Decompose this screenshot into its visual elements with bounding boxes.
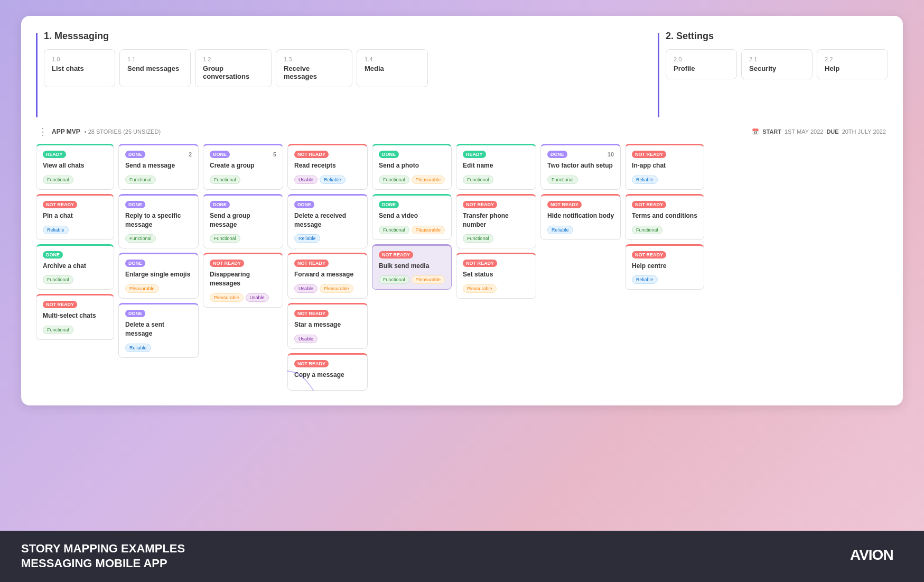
card-header: READY [43, 151, 107, 158]
sprint-menu-icon[interactable]: ⋮ [38, 126, 48, 137]
epic-number: 2.2 [825, 56, 880, 62]
card-tags: Functional [125, 234, 192, 243]
card-title: Edit name [463, 161, 529, 170]
story-card[interactable]: NOT READY Disappearing messages Pleasura… [203, 253, 283, 308]
status-badge: DONE [379, 151, 399, 158]
card-tags: Functional [43, 275, 107, 284]
story-card[interactable]: NOT READY Hide notification body Reliabl… [540, 194, 621, 240]
card-header: NOT READY [463, 260, 529, 267]
card-title: Bulk send media [379, 262, 445, 271]
section-1-title: 1. Messsaging [44, 31, 428, 42]
card-tags: Usable [294, 335, 361, 343]
status-badge: READY [43, 151, 66, 158]
story-card[interactable]: NOT READY Terms and conditions Functiona… [625, 194, 704, 240]
section-1-epics: 1.0 List chats 1.1 Send messages 1.2 Gro… [44, 49, 428, 87]
status-badge: DONE [43, 251, 63, 258]
epic-number: 1.2 [203, 56, 264, 62]
story-card[interactable]: DONE Send a group message Functional [203, 194, 283, 249]
story-card[interactable]: DONE 5 Create a group Functional [203, 144, 283, 190]
story-card[interactable]: DONE Enlarge single emojis Pleasurable [118, 253, 199, 299]
story-card[interactable]: NOT READY Read receipts Usable Reliable [287, 144, 368, 190]
story-card[interactable]: READY View all chats Functional [36, 144, 114, 190]
card-title: Star a message [294, 320, 361, 329]
card-tags: Reliable [632, 275, 697, 284]
status-badge: DONE [379, 201, 399, 208]
story-card[interactable]: NOT READY Forward a message Usable Pleas… [287, 253, 368, 299]
card-tags: Functional [632, 226, 697, 234]
epic-title: Profile [674, 64, 729, 72]
column-send-messages: DONE 2 Send a message Functional DONE Re… [118, 144, 199, 358]
story-card[interactable]: DONE 10 Two factor auth setup Functional [540, 144, 621, 190]
epic-title: Receive messages [284, 64, 344, 80]
card-header: NOT READY [632, 201, 697, 208]
tag-pleasurable: Pleasurable [320, 284, 353, 293]
story-card[interactable]: NOT READY Pin a chat Reliable [36, 194, 114, 240]
card-title: Archive a chat [43, 262, 107, 271]
story-card[interactable]: NOT READY Multi-select chats Functional [36, 294, 114, 340]
story-card[interactable]: NOT READY Transfer phone number Function… [456, 194, 536, 249]
story-card[interactable]: NOT READY Star a message Usable [287, 303, 368, 349]
card-header: NOT READY [379, 251, 445, 258]
story-card[interactable]: DONE Reply to a specific message Functio… [118, 194, 199, 249]
tag-pleasurable: Pleasurable [463, 284, 497, 293]
epic-card-1-3: 1.3 Receive messages [276, 49, 352, 87]
tag-reliable: Reliable [43, 226, 69, 234]
section-2-divider [658, 33, 659, 117]
epic-title: Group conversations [203, 64, 264, 80]
tag-reliable: Reliable [125, 344, 151, 352]
story-card[interactable]: READY Edit name Functional [456, 144, 536, 190]
story-card[interactable]: NOT READY Bulk send media Functional Ple… [372, 244, 452, 290]
status-badge: DONE [125, 201, 145, 208]
card-tags: Reliable [43, 226, 107, 234]
story-card[interactable]: NOT READY Help centre Reliable [625, 244, 704, 290]
status-badge: NOT READY [43, 301, 77, 308]
due-label: DUE [826, 128, 838, 135]
story-card[interactable]: DONE 2 Send a message Functional [118, 144, 199, 190]
story-card[interactable]: DONE Send a video Functional Pleasurable [372, 194, 452, 240]
start-label: START [762, 128, 781, 135]
epic-number: 1.3 [284, 56, 344, 62]
card-tags: Functional [463, 175, 529, 184]
epic-title: Media [365, 64, 420, 72]
card-header: NOT READY [294, 260, 361, 267]
column-receive-messages: NOT READY Read receipts Usable Reliable … [287, 144, 368, 391]
columns-area: READY View all chats Functional NOT READ… [36, 144, 888, 391]
epic-title: Security [749, 64, 805, 72]
story-card[interactable]: NOT READY In-app chat Reliable [625, 144, 704, 190]
card-header: DONE 5 [210, 151, 276, 158]
sprint-title: APP MVP [52, 128, 80, 135]
card-tags: Pleasurable [463, 284, 529, 293]
footer-title-line1: STORY MAPPING EXAMPLES [21, 541, 185, 557]
card-title: In-app chat [632, 161, 697, 170]
card-title: Delete a sent message [125, 320, 192, 338]
story-card[interactable]: DONE Send a photo Functional Pleasurable [372, 144, 452, 190]
tag-functional: Functional [463, 234, 493, 243]
status-badge: DONE [547, 151, 567, 158]
tag-pleasurable: Pleasurable [210, 293, 244, 302]
card-tags: Functional [125, 175, 192, 184]
story-card[interactable]: DONE Delete a sent message Reliable [118, 303, 199, 358]
section-1-divider [36, 33, 38, 117]
footer-bar: STORY MAPPING EXAMPLES MESSAGING MOBILE … [0, 531, 924, 582]
card-title: Send a photo [379, 161, 445, 170]
card-header: DONE [43, 251, 107, 258]
footer-title-line2: MESSAGING MOBILE APP [21, 556, 185, 571]
tag-pleasurable: Pleasurable [412, 275, 445, 284]
sections-wrapper: 1. Messsaging 1.0 List chats 1.1 Send me… [36, 31, 888, 117]
status-badge: NOT READY [210, 260, 244, 267]
story-card[interactable]: NOT READY Set status Pleasurable [456, 253, 536, 299]
epic-title: List chats [52, 64, 107, 72]
story-card[interactable]: DONE Delete a received message Reliable [287, 194, 368, 249]
story-card[interactable]: DONE Archive a chat Functional [36, 244, 114, 290]
tag-functional: Functional [547, 175, 578, 184]
tag-functional: Functional [632, 226, 662, 234]
tag-functional: Functional [43, 326, 73, 334]
card-title: Hide notification body [547, 211, 614, 220]
card-title: Read receipts [294, 161, 361, 170]
story-card[interactable]: NOT READY Copy a message [287, 353, 368, 391]
card-title: Copy a message [294, 371, 361, 380]
epic-title: Send messages [127, 64, 183, 72]
card-header: NOT READY [632, 151, 697, 158]
epic-card-2-0: 2.0 Profile [666, 49, 737, 79]
card-title: Two factor auth setup [547, 161, 614, 170]
